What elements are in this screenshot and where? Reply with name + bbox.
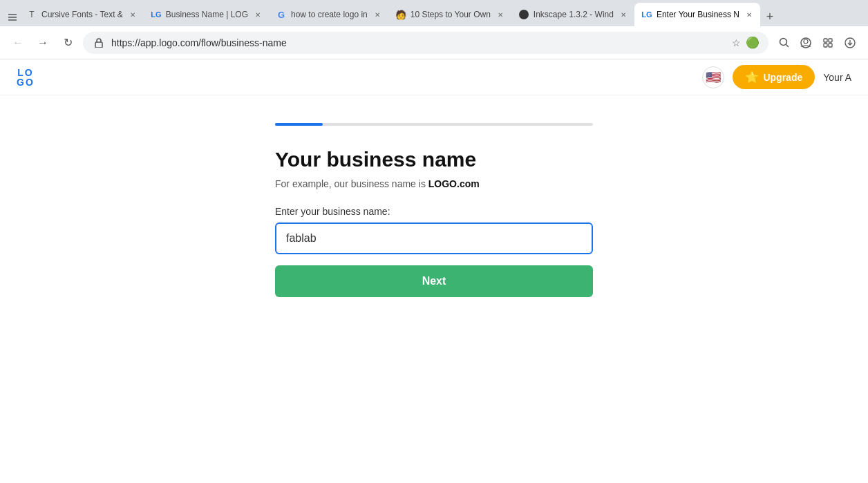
address-icons: ☆ 🟢 — [729, 36, 760, 50]
bookmark-star-icon[interactable]: ☆ — [729, 36, 743, 50]
browser-window: T Cursive Fonts - Text & ✕ LG Business N… — [0, 0, 868, 483]
tab-bar: T Cursive Fonts - Text & ✕ LG Business N… — [0, 0, 868, 26]
svg-rect-7 — [824, 44, 827, 47]
search-icon[interactable] — [774, 33, 793, 53]
tab-favicon-1: T — [26, 9, 37, 20]
svg-line-2 — [786, 45, 789, 48]
main-form-content: Your business name For example, our busi… — [275, 148, 593, 297]
svg-rect-8 — [829, 44, 832, 47]
tab-cursive-fonts[interactable]: T Cursive Fonts - Text & ✕ — [19, 3, 144, 26]
tab-close-4[interactable]: ✕ — [495, 9, 506, 20]
logo-top: LO — [17, 68, 33, 77]
tab-list-button[interactable] — [6, 7, 19, 26]
logo-mark: LO GO — [17, 68, 35, 87]
new-tab-button[interactable]: + — [760, 7, 780, 26]
address-text: https://app.logo.com/flow/business-name — [111, 37, 724, 48]
address-bar[interactable]: https://app.logo.com/flow/business-name … — [83, 32, 768, 54]
svg-point-4 — [804, 39, 808, 44]
navigation-bar: ← → ↻ https://app.logo.com/flow/business… — [0, 26, 868, 59]
subtitle-prefix: For example, our business name is — [275, 178, 428, 189]
progress-bar-fill — [275, 123, 323, 126]
tab-business-name-log[interactable]: LG Business Name | LOG ✕ — [144, 3, 269, 26]
progress-bar-background — [275, 123, 593, 126]
tab-favicon-5 — [518, 9, 529, 20]
back-button[interactable]: ← — [8, 33, 28, 53]
logo-bottom: GO — [17, 77, 35, 87]
site-header: LO GO 🇺🇸 ⭐ Upgrade Your A — [0, 59, 868, 95]
upgrade-label: Upgrade — [763, 72, 802, 83]
tab-inkscape[interactable]: Inkscape 1.3.2 - Wind ✕ — [511, 3, 634, 26]
next-button[interactable]: Next — [275, 265, 593, 297]
svg-rect-0 — [95, 42, 102, 48]
tab-close-3[interactable]: ✕ — [372, 9, 383, 20]
language-flag-button[interactable]: 🇺🇸 — [702, 66, 724, 88]
tab-favicon-4: 🧑 — [395, 9, 406, 20]
tab-title-1: Cursive Fonts - Text & — [41, 10, 123, 19]
tab-how-to-create[interactable]: G how to create logo in ✕ — [269, 3, 388, 26]
tab-title-6: Enter Your Business N — [657, 10, 739, 19]
business-name-input[interactable] — [275, 222, 593, 254]
page-subtitle: For example, our business name is LOGO.c… — [275, 178, 593, 189]
upgrade-icon: ⭐ — [745, 70, 759, 84]
tab-title-4: 10 Steps to Your Own — [411, 10, 491, 19]
progress-section — [275, 123, 593, 126]
svg-point-1 — [780, 39, 786, 46]
subtitle-brand: LOGO.com — [428, 178, 480, 189]
tab-enter-business[interactable]: LG Enter Your Business N ✕ — [634, 3, 760, 26]
profile-icon[interactable] — [796, 33, 815, 53]
nav-right-controls — [774, 33, 860, 53]
extensions-icon[interactable] — [818, 33, 838, 53]
forward-button[interactable]: → — [33, 33, 53, 53]
tab-close-1[interactable]: ✕ — [127, 9, 138, 20]
tab-title-2: Business Name | LOG — [166, 10, 248, 19]
tab-close-2[interactable]: ✕ — [252, 9, 263, 20]
tab-favicon-6: LG — [641, 9, 652, 20]
tab-favicon-3: G — [276, 9, 287, 20]
reload-button[interactable]: ↻ — [58, 33, 77, 53]
tab-favicon-2: LG — [151, 9, 162, 20]
tab-10-steps[interactable]: 🧑 10 Steps to Your Own ✕ — [388, 3, 511, 26]
header-right: 🇺🇸 ⭐ Upgrade Your A — [702, 65, 851, 89]
tab-title-3: how to create logo in — [291, 10, 368, 19]
svg-rect-6 — [829, 39, 832, 42]
account-link[interactable]: Your A — [823, 72, 851, 83]
tab-close-5[interactable]: ✕ — [618, 9, 629, 20]
tab-title-5: Inkscape 1.3.2 - Wind — [534, 10, 614, 19]
input-label: Enter your business name: — [275, 206, 593, 217]
upgrade-button[interactable]: ⭐ Upgrade — [733, 65, 815, 89]
tab-close-6[interactable]: ✕ — [744, 9, 755, 20]
page-title: Your business name — [275, 148, 593, 171]
page-content: LO GO 🇺🇸 ⭐ Upgrade Your A Your business … — [0, 59, 868, 483]
lock-icon — [92, 36, 106, 50]
svg-rect-5 — [824, 39, 827, 42]
extension-icon[interactable]: 🟢 — [746, 36, 760, 50]
download-icon[interactable] — [840, 33, 860, 53]
